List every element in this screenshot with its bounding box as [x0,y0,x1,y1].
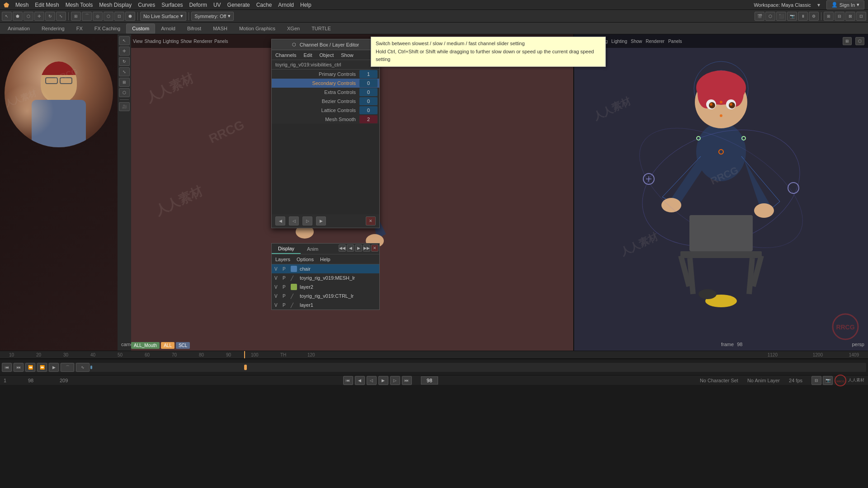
nav-next-key-btn[interactable]: ⏭ [402,376,412,385]
snap-view-btn[interactable]: ⬢ [125,12,135,21]
status-icon-1[interactable]: ⊟ [811,376,821,385]
pb-transport-4[interactable]: ⏩ [37,363,47,372]
snap-curve-btn[interactable]: ⌒ [82,12,92,21]
le-nav-next[interactable]: ▶ [355,244,362,252]
rvp-show-menu[interactable]: Show [631,39,642,44]
nav-play-fwd-btn[interactable]: ▶ [378,376,388,385]
menu-generate[interactable]: Generate [227,2,250,8]
menu-mesh[interactable]: Mesh [15,2,28,8]
menu-curves[interactable]: Curves [138,2,155,8]
live-surface-dropdown[interactable]: No Live Surface ▾ [140,12,186,21]
nav-prev-key-btn[interactable]: ⏮ [343,376,353,385]
cb-prev-btn[interactable]: ◁ [289,216,299,225]
vp-shading-menu[interactable]: Shading [145,39,161,44]
menu-edit-mesh[interactable]: Edit Mesh [35,2,59,8]
anim-tab[interactable]: Anim [301,244,325,254]
cb-close-x[interactable]: ✕ [366,216,376,225]
channel-row-secondary[interactable]: Secondary Controls [272,79,379,88]
layer-row-chair[interactable]: V P chair [272,264,379,273]
layer-row-ctrl[interactable]: V P ╱ toyrig_rig_v019:CTRL_lr [272,291,379,300]
layer-row-mesh[interactable]: V P ╱ toyrig_rig_v019:MESH_lr [272,273,379,282]
nav-next-frame-btn[interactable]: ▷ [390,376,400,385]
shelf-tab-bifrost[interactable]: Bifrost [181,23,207,33]
le-close-btn[interactable]: ✕ [371,244,378,252]
rvp-icon-1[interactable]: ⊞ [843,37,852,45]
pb-curve2[interactable]: ∿ [76,363,90,372]
menu-help[interactable]: Help [300,2,311,8]
channel-row-primary[interactable]: Primary Controls [272,70,379,79]
snapshot-btn[interactable]: 📷 [787,12,797,21]
layout-btn-2[interactable]: ⊟ [835,12,844,21]
shelf-tab-turtle[interactable]: TURTLE [306,23,337,33]
scl-btn[interactable]: SCL [176,342,190,349]
extra-controls-value[interactable] [359,88,377,96]
channel-row-mesh-smooth[interactable]: Mesh Smooth [272,115,379,124]
sign-in-button[interactable]: 👤 Sign In ▾ [826,0,864,9]
pb-transport-1[interactable]: ⏮ [2,363,12,372]
vp-select-btn[interactable]: ↖ [119,36,130,45]
menu-mesh-tools[interactable]: Mesh Tools [66,2,93,8]
bezier-controls-value[interactable] [359,97,377,105]
le-layers-menu[interactable]: Layers [275,257,290,262]
menu-deform[interactable]: Deform [189,2,207,8]
menu-uv[interactable]: UV [213,2,221,8]
cb-channels-menu[interactable]: Channels [275,52,296,58]
pb-curve1[interactable]: ⌒ [61,363,74,372]
vp-move-btn[interactable]: ✛ [119,47,130,56]
pb-play-btn[interactable]: ▶ [49,363,59,372]
cb-end-btn[interactable]: ▶ [316,216,326,225]
shelf-tab-fxcaching[interactable]: FX Caching [89,23,126,33]
lattice-controls-value[interactable] [359,106,377,114]
menu-cache[interactable]: Cache [256,2,272,8]
display-tab[interactable]: Display [272,244,301,254]
secondary-controls-value[interactable] [359,79,377,87]
cb-object-menu[interactable]: Object [319,52,334,58]
le-nav-first[interactable]: ◀◀ [339,244,346,252]
layout-btn-1[interactable]: ⊞ [824,12,834,21]
cb-edit-menu[interactable]: Edit [303,52,312,58]
pb-transport-2[interactable]: ⏭ [14,363,24,372]
shelf-tab-rendering[interactable]: Rendering [36,23,71,33]
pb-transport-3[interactable]: ⏪ [25,363,35,372]
all-btn[interactable]: ALL [161,342,175,349]
select-tool-btn[interactable]: ↖ [2,12,12,21]
menu-mesh-display[interactable]: Mesh Display [99,2,132,8]
move-tool-btn[interactable]: ✛ [34,12,44,21]
vp-show-menu[interactable]: Show [180,39,192,44]
channel-row-lattice[interactable]: Lattice Controls [272,106,379,115]
primary-controls-value[interactable] [359,70,377,78]
right-viewport[interactable]: View Shading Lighting Show Renderer Pane… [574,34,868,351]
pause-btn[interactable]: ⏸ [798,12,808,21]
shelf-tab-xgen[interactable]: XGen [281,23,306,33]
cb-next-btn[interactable]: ▷ [302,216,312,225]
menu-arnold[interactable]: Arnold [278,2,294,8]
vp-scale-btn[interactable]: ⤡ [119,67,130,76]
vp-rotate-btn[interactable]: ↻ [119,57,130,66]
mesh-smooth-value[interactable] [359,115,377,123]
rvp-icon-2[interactable]: ⬡ [855,37,864,45]
status-icon-2[interactable]: 📷 [823,376,833,385]
vp-soft-btn[interactable]: ⬡ [119,88,130,97]
ipr-btn[interactable]: ⬡ [765,12,775,21]
rvp-lighting-menu[interactable]: Lighting [611,39,627,44]
snap-point-btn[interactable]: ◎ [93,12,103,21]
render-btn[interactable]: 🎬 [755,12,764,21]
vp-panels-menu[interactable]: Panels [214,39,228,44]
snap-surface-btn[interactable]: ⬡ [104,12,113,21]
shelf-tab-fx[interactable]: FX [71,23,89,33]
settings-btn[interactable]: ⚙ [809,12,819,21]
all-mouth-btn[interactable]: ALL_Mouth [131,342,160,349]
vp-manip-btn[interactable]: ⊞ [119,78,130,87]
shelf-tab-arnold[interactable]: Arnold [155,23,181,33]
nav-prev-frame-btn[interactable]: ◀ [355,376,365,385]
lasso-tool-btn[interactable]: ⬟ [13,12,23,21]
le-help-menu[interactable]: Help [320,257,330,262]
frame-input[interactable] [421,376,438,385]
shelf-tab-mash[interactable]: MASH [207,23,233,33]
snap-live-btn[interactable]: ⊡ [114,12,124,21]
layout-btn-3[interactable]: ⊠ [845,12,855,21]
nav-play-back-btn[interactable]: ◁ [367,376,377,385]
shelf-tab-custom[interactable]: Custom [126,23,155,33]
scale-tool-btn[interactable]: ⤡ [56,12,66,21]
snap-grid-btn[interactable]: ⊞ [71,12,81,21]
